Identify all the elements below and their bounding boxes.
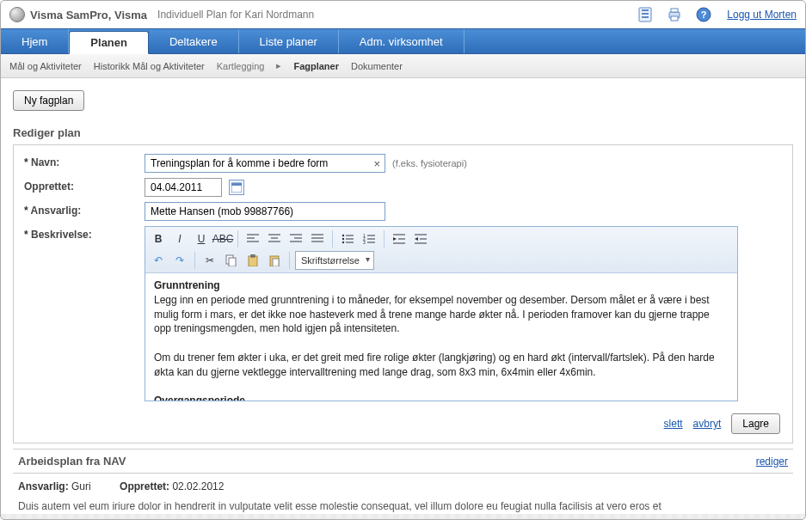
toolbar-separator (289, 252, 290, 269)
panel2-created-value: 02.02.2012 (172, 480, 224, 492)
svg-point-27 (342, 242, 344, 243)
navn-input[interactable] (145, 154, 385, 173)
logo-icon (9, 7, 25, 22)
page-subtitle: Individuell Plan for Kari Nordmann (157, 9, 314, 21)
main-tabs: Hjem Planen Deltakere Liste planer Adm. … (1, 28, 805, 54)
opprettet-input[interactable] (145, 178, 222, 197)
ansvarlig-input[interactable] (145, 202, 385, 221)
svg-rect-5 (671, 9, 678, 12)
svg-text:?: ? (701, 9, 707, 20)
rte-paragraph: Legg inn en periode med grunntrening i t… (154, 294, 710, 335)
tab-deltakere[interactable]: Deltakere (149, 29, 239, 53)
rte-toolbar: B I U ABC 123 (145, 227, 737, 273)
number-list-icon[interactable]: 123 (360, 229, 378, 248)
content-area: Ny fagplan Rediger plan * Navn: × (f.eks… (1, 78, 805, 520)
tab-planen[interactable]: Planen (69, 31, 149, 54)
svg-rect-10 (231, 183, 242, 186)
logout-link[interactable]: Logg ut Morten (727, 9, 797, 21)
toolbar-separator (332, 230, 333, 248)
panel2-text: Duis autem vel eum iriure dolor in hendr… (18, 499, 788, 514)
label-beskrivelse: * Beskrivelse: (24, 226, 145, 241)
outdent-icon[interactable] (390, 229, 409, 248)
rte-paragraph: Om du trener fem økter i uka, er det gre… (154, 352, 715, 378)
delete-link[interactable]: slett (664, 418, 683, 430)
section-arbeidsplan-nav: Arbeidsplan fra NAV rediger (13, 449, 793, 474)
panel2-created-label: Opprettet: (120, 480, 169, 492)
toolbar-separator (237, 230, 238, 248)
svg-rect-44 (229, 258, 236, 266)
panel2-responsible-label: Ansvarlig: (18, 480, 69, 492)
svg-rect-3 (642, 16, 649, 18)
italic-icon[interactable]: I (170, 229, 189, 248)
subtab-fagplaner[interactable]: Fagplaner (293, 61, 339, 71)
rte-heading: Grunntrening (154, 279, 220, 291)
label-ansvarlig: * Ansvarlig: (24, 202, 145, 217)
paste-plain-icon[interactable] (265, 251, 284, 270)
subtab-historikk[interactable]: Historikk Mål og Aktiviteter (94, 61, 205, 71)
subtab-kartlegging[interactable]: Kartlegging (217, 61, 265, 71)
svg-rect-6 (671, 16, 678, 21)
strike-icon[interactable]: ABC (213, 229, 232, 248)
bold-icon[interactable]: B (149, 229, 168, 248)
new-fagplan-button[interactable]: Ny fagplan (13, 90, 84, 111)
save-button[interactable]: Lagre (731, 413, 780, 434)
app-window: Visma SamPro, Visma Individuell Plan for… (0, 0, 806, 520)
align-left-icon[interactable] (243, 229, 262, 248)
print-icon[interactable] (665, 5, 684, 24)
subtab-dokumenter[interactable]: Dokumenter (351, 61, 403, 71)
align-center-icon[interactable] (265, 229, 284, 248)
svg-point-23 (342, 235, 344, 236)
calendar-icon[interactable] (229, 180, 244, 195)
torn-edge-decoration (1, 514, 805, 519)
svg-text:3: 3 (363, 240, 366, 244)
edit-link[interactable]: rediger (756, 456, 788, 468)
paste-icon[interactable] (243, 251, 262, 270)
brand-title: Visma SamPro, Visma (30, 9, 147, 21)
toolbar-separator (384, 230, 385, 248)
tab-adm-virksomhet[interactable]: Adm. virksomhet (339, 29, 465, 53)
svg-point-25 (342, 238, 344, 240)
subtab-maal[interactable]: Mål og Aktiviteter (9, 61, 82, 71)
redo-icon[interactable]: ↷ (170, 251, 189, 270)
breadcrumb-separator-icon: ▸ (276, 60, 281, 71)
undo-icon[interactable]: ↶ (149, 251, 168, 270)
cut-icon[interactable]: ✂ (200, 251, 219, 270)
save-file-icon[interactable] (636, 5, 655, 24)
copy-icon[interactable] (222, 251, 241, 270)
edit-plan-form: * Navn: × (f.eks. fysioterapi) Opprettet… (13, 145, 793, 443)
toolbar-separator (194, 252, 195, 269)
rte-textarea[interactable]: Grunntrening Legg inn en periode med gru… (145, 273, 737, 401)
tab-hjem[interactable]: Hjem (1, 29, 69, 53)
svg-marker-40 (415, 237, 418, 241)
rich-text-editor: B I U ABC 123 (145, 226, 738, 401)
align-right-icon[interactable] (286, 229, 305, 248)
panel2-title: Arbeidsplan fra NAV (18, 455, 126, 468)
align-justify-icon[interactable] (308, 229, 327, 248)
panel2-responsible-value: Guri (71, 480, 91, 492)
svg-rect-46 (251, 254, 255, 257)
svg-rect-1 (642, 9, 649, 11)
indent-icon[interactable] (411, 229, 430, 248)
svg-marker-36 (393, 237, 397, 241)
app-header: Visma SamPro, Visma Individuell Plan for… (1, 1, 805, 28)
tab-liste-planer[interactable]: Liste planer (239, 29, 339, 53)
sub-tabs: Mål og Aktiviteter Historikk Mål og Akti… (1, 54, 805, 78)
svg-rect-48 (273, 259, 279, 266)
svg-rect-2 (642, 13, 649, 15)
underline-icon[interactable]: U (192, 229, 211, 248)
section-rediger-plan: Rediger plan (13, 123, 793, 145)
rte-heading: Overgangsperiode (154, 394, 245, 401)
panel2-meta: Ansvarlig: Guri Opprettet: 02.02.2012 (18, 480, 788, 492)
help-icon[interactable]: ? (694, 5, 713, 24)
svg-rect-45 (249, 256, 257, 266)
label-opprettet: Opprettet: (24, 178, 145, 193)
bullet-list-icon[interactable] (338, 229, 357, 248)
cancel-link[interactable]: avbryt (693, 418, 722, 430)
navn-hint: (f.eks. fysioterapi) (392, 158, 467, 168)
font-size-select[interactable]: Skriftstørrelse (295, 251, 374, 270)
clear-navn-icon[interactable]: × (373, 158, 380, 169)
panel2-body: Ansvarlig: Guri Opprettet: 02.02.2012 Du… (13, 474, 793, 516)
label-navn: * Navn: (24, 154, 145, 168)
form-actions: slett avbryt Lagre (24, 407, 782, 437)
